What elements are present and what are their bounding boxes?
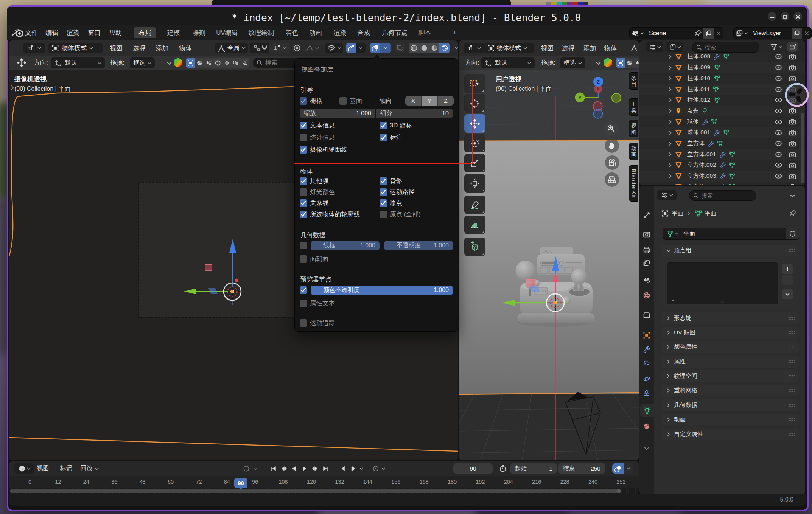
shading-material-button[interactable] — [429, 43, 439, 53]
object-name[interactable]: 柱体.009 — [687, 64, 710, 71]
proportional-falloff-selector[interactable] — [302, 43, 322, 53]
minimize-button[interactable] — [768, 12, 776, 21]
outliner-row[interactable]: 柱体.012 — [639, 95, 805, 106]
tab-output[interactable] — [640, 244, 653, 256]
hide-eye-icon[interactable] — [775, 108, 782, 114]
checkbox-origins[interactable] — [380, 199, 387, 207]
object-name[interactable]: 立方体.002 — [687, 161, 716, 169]
outliner-display-mode[interactable] — [646, 42, 663, 52]
visibility-toggle[interactable] — [775, 65, 782, 70]
autokey-dropdown[interactable] — [380, 464, 386, 473]
properties-options-chevron[interactable] — [790, 194, 795, 197]
panel-grip-icon[interactable] — [789, 345, 795, 349]
visibility-toggle[interactable] — [775, 162, 782, 168]
vertex-group-add-button[interactable] — [782, 264, 793, 274]
fake-user-shield-button[interactable] — [786, 228, 799, 239]
camera-view-button[interactable] — [605, 155, 619, 170]
expand-chevron-icon[interactable] — [668, 76, 672, 81]
workspace-tab-6[interactable]: 着色 — [281, 27, 303, 38]
panel-grip-icon[interactable] — [789, 317, 795, 320]
panel-8[interactable]: 几何数据 — [662, 399, 799, 411]
hide-eye-icon[interactable] — [775, 184, 782, 185]
hide-eye-icon[interactable] — [775, 87, 782, 92]
panel-grip-icon[interactable] — [789, 389, 795, 393]
row-expand[interactable] — [668, 120, 672, 124]
disable-render-camera-icon[interactable] — [789, 173, 796, 179]
panel-5[interactable]: 属性 — [662, 356, 799, 368]
hide-eye-icon[interactable] — [775, 173, 782, 179]
sidebar-tab-1[interactable]: 条目 — [629, 72, 638, 90]
gizmos-dropdown[interactable] — [356, 43, 366, 53]
render-visibility-toggle[interactable] — [789, 130, 796, 136]
sidebar-tab-5[interactable]: BlenderKit — [629, 165, 638, 202]
panel-grip-icon[interactable] — [789, 249, 795, 253]
scrollbar-end-knob[interactable] — [617, 489, 621, 493]
visibility-toggle[interactable] — [775, 97, 782, 103]
next-keyframe-button[interactable] — [310, 464, 320, 473]
pin-icon[interactable] — [789, 210, 797, 217]
tab-scene[interactable] — [640, 274, 653, 287]
tab-world[interactable] — [640, 289, 653, 302]
expand-chevron-icon[interactable] — [668, 54, 672, 59]
hide-eye-icon[interactable] — [775, 76, 782, 81]
viewlayer-name[interactable]: ViewLayer — [750, 30, 792, 37]
overlay-option-outline-selected[interactable]: 所选物体的轮廓线 — [300, 210, 360, 219]
tool-annotate-button[interactable] — [464, 196, 485, 214]
workspace-tab-7[interactable]: 动画 — [304, 27, 327, 38]
visibility-toggle[interactable] — [775, 87, 782, 92]
expand-chevron-icon[interactable] — [668, 141, 672, 146]
tab-render[interactable] — [640, 228, 653, 241]
pan-view-button[interactable] — [605, 138, 619, 153]
viewport-menu-2[interactable]: 选择 — [562, 44, 575, 53]
row-expand[interactable] — [668, 54, 672, 59]
expand-chevron-icon[interactable] — [668, 185, 672, 185]
vertex-group-remove-button[interactable] — [782, 275, 793, 285]
row-expand[interactable] — [668, 130, 672, 135]
outliner-row[interactable]: 立方体.003 — [639, 171, 805, 182]
row-expand[interactable] — [668, 185, 672, 185]
keying-set-button[interactable] — [612, 463, 624, 474]
row-expand[interactable] — [668, 141, 672, 146]
visibility-toggle[interactable] — [775, 76, 782, 81]
panel-grip-icon[interactable] — [789, 374, 795, 378]
workspace-tab-8[interactable]: 渲染 — [329, 27, 352, 38]
timeline-h-scrollbar[interactable] — [10, 489, 621, 493]
visibility-toggle[interactable] — [775, 108, 782, 114]
sidebar-tab-2[interactable]: 工具 — [629, 98, 638, 116]
visibility-toggle[interactable] — [775, 130, 782, 135]
current-frame-field[interactable]: 90 — [453, 463, 493, 474]
tab-physics[interactable] — [640, 373, 653, 385]
checkbox-light-colors[interactable] — [300, 188, 307, 196]
slider-wireframe[interactable]: 线框1.000 — [311, 241, 380, 250]
play-reverse-button[interactable] — [289, 464, 299, 473]
topbar-menu-3[interactable]: 渲染 — [67, 28, 79, 37]
mesh-name-field[interactable]: 平面 — [663, 228, 799, 240]
overlays-dropdown[interactable] — [380, 43, 391, 53]
workspace-tab-5[interactable]: 纹理绘制 — [244, 27, 279, 38]
checkbox-motion-tracking[interactable] — [300, 319, 307, 327]
previous-keyframe-button[interactable] — [278, 464, 289, 473]
sidebar-tab-4[interactable]: 动画 — [629, 143, 638, 160]
outliner-row[interactable]: 柱体.011 — [639, 84, 805, 95]
object-name[interactable]: 柱体.010 — [687, 75, 710, 82]
visibility-toggle[interactable] — [775, 141, 782, 146]
expand-chevron-icon[interactable] — [668, 98, 672, 102]
row-expand[interactable] — [668, 98, 672, 102]
render-visibility-toggle[interactable] — [789, 75, 796, 81]
outliner-scrollbar[interactable] — [801, 113, 804, 183]
row-expand[interactable] — [668, 65, 672, 70]
row-expand[interactable] — [668, 109, 672, 113]
overlay-option-origins[interactable]: 原点 — [380, 199, 402, 207]
tab-constraints[interactable] — [640, 387, 653, 400]
overlay-option-viewer-color-toggle[interactable] — [300, 286, 310, 294]
outliner-row[interactable]: 点光 — [639, 106, 805, 116]
topbar-menu-5[interactable]: 帮助 — [109, 28, 122, 37]
checkbox-viewer-color-toggle[interactable] — [300, 286, 307, 294]
panel-grip-icon[interactable] — [789, 360, 795, 364]
expand-chevron-icon[interactable] — [668, 130, 672, 135]
outliner-row[interactable]: 球体.001 — [639, 127, 805, 138]
object-name[interactable]: 球体 — [687, 118, 699, 126]
jump-to-end-button[interactable] — [320, 464, 330, 473]
shading-rendered-button[interactable] — [439, 43, 450, 53]
play-forward-button[interactable] — [299, 464, 310, 473]
